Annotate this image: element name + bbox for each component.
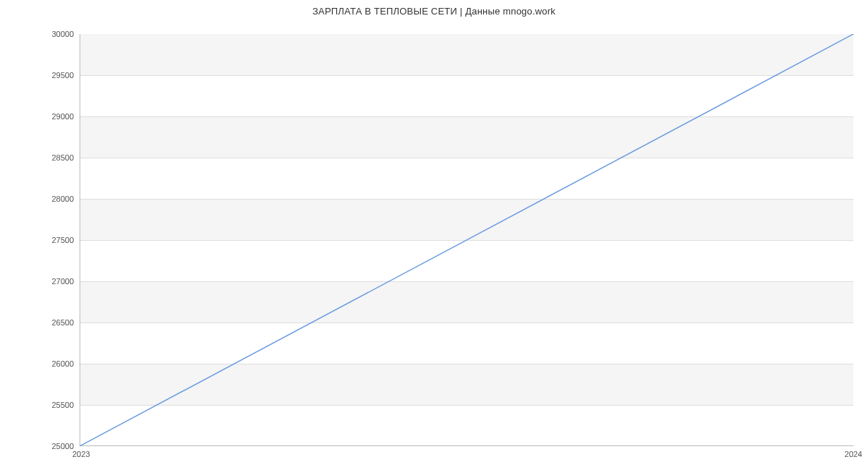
chart-title: ЗАРПЛАТА В ТЕПЛОВЫЕ СЕТИ | Данные mnogo.… xyxy=(0,6,868,17)
x-tick-label: 2023 xyxy=(72,450,90,458)
y-tick-label: 26000 xyxy=(9,359,74,368)
series-line xyxy=(80,34,854,446)
y-tick-label: 29000 xyxy=(9,112,74,121)
y-tick-label: 25500 xyxy=(9,401,74,409)
y-tick-label: 27000 xyxy=(9,277,74,286)
y-tick-label: 29500 xyxy=(9,71,74,80)
chart-line xyxy=(80,34,854,446)
y-tick-label: 28500 xyxy=(9,153,74,162)
y-tick-label: 30000 xyxy=(9,30,74,38)
y-tick-label: 25000 xyxy=(9,442,74,450)
x-tick-label: 2024 xyxy=(845,450,862,458)
y-tick-label: 27500 xyxy=(9,236,74,244)
plot-area xyxy=(80,34,854,446)
y-tick-label: 28000 xyxy=(9,195,74,203)
chart-container: ЗАРПЛАТА В ТЕПЛОВЫЕ СЕТИ | Данные mnogo.… xyxy=(0,0,868,470)
y-tick-label: 26500 xyxy=(9,318,74,327)
